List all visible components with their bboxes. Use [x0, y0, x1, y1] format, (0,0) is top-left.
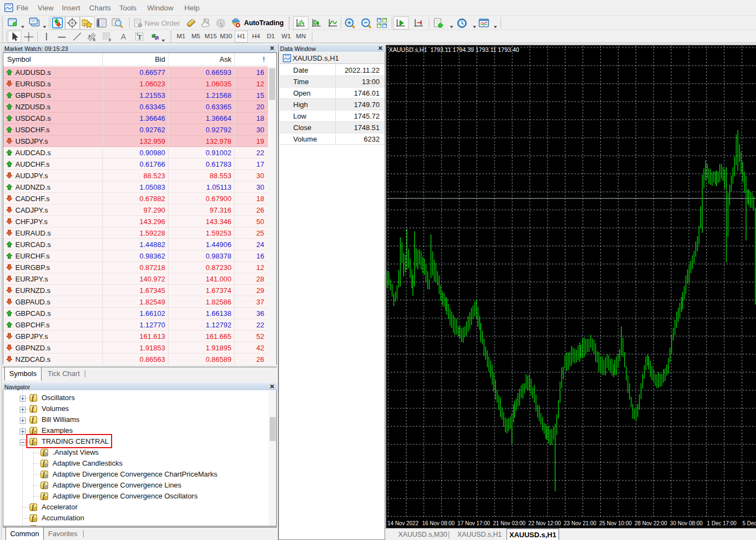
svg-text:14 Nov 2022: 14 Nov 2022 [387, 520, 418, 526]
svg-text:16 Nov 08:00: 16 Nov 08:00 [422, 520, 455, 526]
svg-text:XAUUSD.s,H1 1793.11 1794.39 1: XAUUSD.s,H1 1793.11 1794.39 1793.11 1793… [389, 46, 519, 53]
svg-text:E: E [93, 38, 96, 42]
svg-text:23 Nov 21:00: 23 Nov 21:00 [564, 520, 597, 526]
svg-text:5 Dec 02:00: 5 Dec 02:00 [742, 520, 756, 526]
svg-text:T: T [137, 33, 142, 41]
svg-text:30 Nov 08:00: 30 Nov 08:00 [670, 520, 703, 526]
svg-text:25 Nov 10:00: 25 Nov 10:00 [599, 520, 632, 526]
svg-text:A: A [121, 32, 126, 41]
svg-text:F: F [109, 38, 112, 42]
svg-text:1 Dec 17:00: 1 Dec 17:00 [707, 520, 736, 526]
svg-text:17 Nov 17:00: 17 Nov 17:00 [457, 520, 490, 526]
svg-text:28 Nov 22:00: 28 Nov 22:00 [635, 520, 667, 526]
svg-text:22 Nov 12:00: 22 Nov 12:00 [528, 520, 561, 526]
svg-text:21 Nov 03:00: 21 Nov 03:00 [493, 520, 526, 526]
